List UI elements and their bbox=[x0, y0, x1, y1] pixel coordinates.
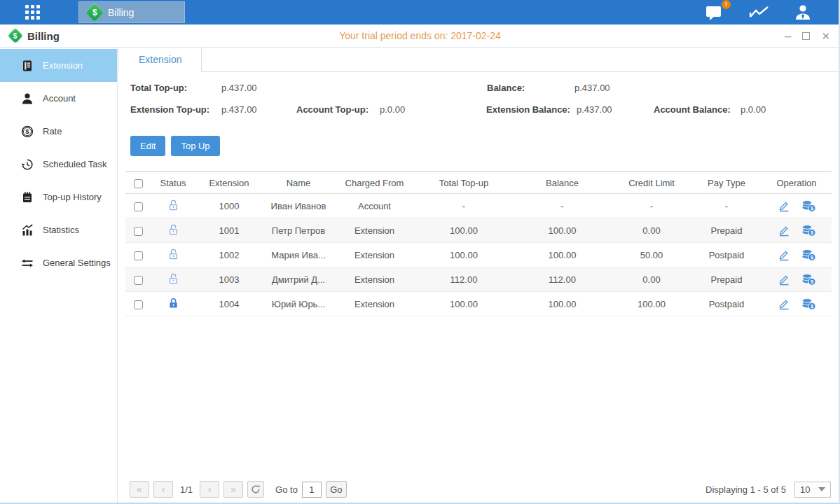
sidebar-item-scheduled-task[interactable]: Scheduled Task bbox=[0, 148, 117, 181]
column-header-charged-from: Charged From bbox=[334, 178, 415, 188]
sidebar-item-topup-history[interactable]: Top-up History bbox=[0, 181, 117, 214]
total-topup-label: Total Top-up: bbox=[130, 83, 187, 93]
page-size-value: 10 bbox=[800, 484, 810, 495]
row-checkbox[interactable] bbox=[134, 227, 143, 236]
column-header-credit-limit: Credit Limit bbox=[612, 178, 691, 188]
cell-balance: 100.00 bbox=[513, 299, 612, 309]
app-tab-billing[interactable]: $ Billing bbox=[78, 1, 185, 23]
column-header-name: Name bbox=[263, 178, 334, 188]
row-checkbox[interactable] bbox=[134, 251, 143, 260]
user-account-icon[interactable] bbox=[794, 4, 812, 21]
sidebar-item-label: Account bbox=[43, 93, 76, 104]
sidebar-item-rate[interactable]: $ Rate bbox=[0, 115, 117, 148]
sidebar-item-label: Statistics bbox=[43, 225, 79, 235]
maximize-icon[interactable] bbox=[802, 32, 810, 40]
sidebar-item-label: Top-up History bbox=[43, 192, 102, 202]
go-button[interactable]: Go bbox=[326, 481, 347, 498]
account-topup-value: p.0.00 bbox=[380, 104, 405, 115]
sliders-icon bbox=[21, 257, 34, 270]
row-checkbox[interactable] bbox=[134, 300, 143, 309]
topup-coins-icon[interactable]: $ bbox=[801, 224, 816, 237]
table-row: 1001Петр ПетровExtension100.00100.000.00… bbox=[125, 218, 832, 243]
cell-charged-from: Extension bbox=[334, 250, 415, 260]
extension-topup-label: Extension Top-up: bbox=[130, 104, 209, 115]
tab-extension[interactable]: Extension bbox=[118, 48, 202, 72]
first-page-button[interactable]: « bbox=[130, 481, 149, 498]
locked-icon bbox=[167, 297, 179, 309]
sidebar-item-extension[interactable]: Extension bbox=[0, 49, 117, 82]
edit-pencil-icon[interactable] bbox=[778, 224, 790, 237]
toolbar: Edit Top Up bbox=[130, 136, 840, 156]
page-indicator: 1/1 bbox=[180, 484, 193, 495]
row-checkbox[interactable] bbox=[134, 276, 143, 285]
row-checkbox[interactable] bbox=[134, 202, 143, 211]
page-size-select[interactable]: 10 bbox=[794, 482, 831, 498]
cell-credit-limit: 50.00 bbox=[612, 250, 691, 260]
account-balance-label: Account Balance: bbox=[654, 104, 731, 115]
cell-charged-from: Extension bbox=[334, 225, 415, 236]
column-header-extension: Extension bbox=[195, 178, 263, 188]
cell-credit-limit: 0.00 bbox=[612, 225, 691, 236]
account-topup-label: Account Top-up: bbox=[296, 104, 369, 115]
person-icon bbox=[21, 92, 34, 105]
billing-diamond-icon: $ bbox=[8, 28, 24, 44]
next-page-button[interactable]: › bbox=[200, 481, 219, 498]
goto-page-input[interactable] bbox=[302, 482, 322, 498]
app-launcher-grid-icon[interactable] bbox=[25, 5, 48, 20]
edit-pencil-icon[interactable] bbox=[778, 248, 790, 261]
refresh-button[interactable] bbox=[247, 481, 264, 498]
ledger-icon bbox=[21, 59, 34, 72]
table-row: 1000Иван ИвановAccount----$ bbox=[125, 194, 832, 218]
window-title: Billing bbox=[27, 30, 60, 42]
sidebar-item-statistics[interactable]: Statistics bbox=[0, 214, 117, 246]
topup-coins-icon[interactable]: $ bbox=[801, 298, 816, 310]
tab-strip: Extension bbox=[118, 48, 840, 72]
sidebar-item-account[interactable]: Account bbox=[0, 82, 117, 115]
notebook-icon bbox=[21, 191, 34, 204]
cell-name: Иван Иванов bbox=[263, 201, 334, 211]
edit-pencil-icon[interactable] bbox=[778, 200, 790, 212]
cell-credit-limit: - bbox=[612, 201, 691, 211]
topup-button[interactable]: Top Up bbox=[171, 136, 219, 156]
minimize-icon[interactable]: – bbox=[785, 30, 791, 42]
messages-icon[interactable]: ! bbox=[705, 4, 725, 21]
table-row: 1003Дмитрий Д...Extension112.00112.000.0… bbox=[125, 267, 832, 292]
cell-extension: 1002 bbox=[195, 250, 263, 260]
refresh-icon bbox=[251, 484, 261, 494]
top-bar: $ Billing ! bbox=[0, 0, 840, 24]
billing-diamond-icon: $ bbox=[85, 2, 104, 22]
displaying-text: Displaying 1 - 5 of 5 bbox=[705, 484, 786, 495]
extension-table: Status Extension Name Charged From Total… bbox=[125, 172, 832, 316]
sidebar-item-label: Extension bbox=[43, 60, 83, 71]
topup-coins-icon[interactable]: $ bbox=[801, 273, 816, 286]
sidebar-nav: Extension Account $ Rate Scheduled Task bbox=[0, 48, 118, 504]
close-icon[interactable]: ✕ bbox=[821, 31, 830, 41]
cell-charged-from: Extension bbox=[334, 299, 415, 309]
trial-period-message: Your trial period ends on: 2017-02-24 bbox=[0, 24, 840, 47]
prev-page-button[interactable]: ‹ bbox=[153, 481, 173, 498]
app-tab-label: Billing bbox=[108, 7, 134, 18]
cell-total-topup: 100.00 bbox=[415, 250, 513, 260]
last-page-button[interactable]: » bbox=[223, 481, 243, 498]
column-header-balance: Balance bbox=[513, 178, 612, 188]
sidebar-item-label: Scheduled Task bbox=[43, 159, 107, 169]
select-all-checkbox[interactable] bbox=[134, 179, 143, 188]
edit-pencil-icon[interactable] bbox=[778, 298, 790, 310]
extension-balance-label: Extension Balance: bbox=[486, 104, 570, 115]
sidebar-item-general-settings[interactable]: General Settings bbox=[0, 246, 117, 279]
svg-text:$: $ bbox=[25, 128, 29, 135]
monitor-chart-icon[interactable] bbox=[749, 5, 770, 20]
cell-pay-type: - bbox=[691, 201, 762, 211]
cell-extension: 1000 bbox=[195, 201, 263, 211]
edit-button[interactable]: Edit bbox=[130, 136, 165, 156]
topup-coins-icon[interactable]: $ bbox=[801, 248, 816, 261]
cell-balance: 100.00 bbox=[513, 225, 612, 236]
cell-extension: 1003 bbox=[195, 274, 263, 285]
topup-coins-icon[interactable]: $ bbox=[801, 200, 816, 212]
table-row: 1002Мария Ива...Extension100.00100.0050.… bbox=[125, 243, 832, 267]
cell-total-topup: 100.00 bbox=[415, 299, 513, 309]
edit-pencil-icon[interactable] bbox=[778, 273, 790, 286]
unlocked-icon bbox=[167, 248, 179, 260]
balance-value: p.437.00 bbox=[574, 83, 610, 93]
sidebar-item-label: Rate bbox=[43, 126, 62, 136]
